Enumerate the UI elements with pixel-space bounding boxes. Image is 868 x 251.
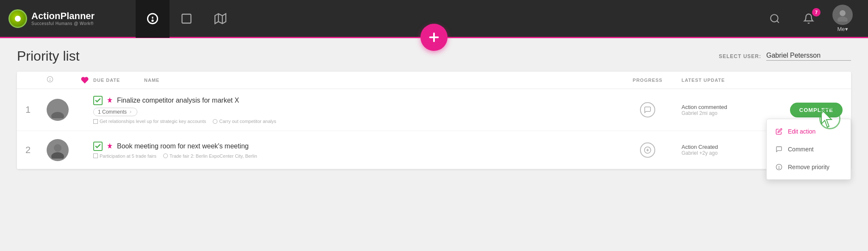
- map-nav-button[interactable]: [203, 0, 237, 38]
- svg-point-9: [771, 14, 778, 22]
- add-fab-button[interactable]: [420, 24, 448, 51]
- subtask-label: Trade fair 2: Berlin ExpoCenter City, Be…: [170, 153, 257, 159]
- comment-label: Comment: [788, 146, 814, 153]
- selected-user-value[interactable]: Gabriel Petersson: [766, 52, 851, 61]
- notifications-button[interactable]: 7: [792, 0, 826, 38]
- col-header-due-date: DUE DATE: [93, 78, 144, 83]
- svg-point-18: [54, 144, 61, 152]
- task-checkbox[interactable]: [93, 142, 103, 151]
- subtask-item: Trade fair 2: Berlin ExpoCenter City, Be…: [163, 153, 257, 159]
- progress-cell: [614, 102, 682, 117]
- info-header-icon: [47, 76, 53, 83]
- progress-add-icon[interactable]: [640, 142, 655, 158]
- comments-badge[interactable]: 1 Comments: [93, 108, 137, 116]
- logo-area: ActionPlanner Successful Humans @ Work®: [0, 9, 136, 28]
- app-subtitle: Successful Humans @ Work®: [31, 21, 95, 26]
- row-avatar: [47, 99, 76, 121]
- check-icon: [95, 98, 101, 103]
- table-header: DUE DATE NAME PROGRESS LATEST UPDATE: [17, 72, 851, 89]
- search-icon: [769, 13, 780, 24]
- task-title[interactable]: Finalize competitor analysis for market …: [117, 97, 239, 104]
- latest-update-cell: Action commented Gabriel 2mi ago: [682, 104, 766, 116]
- heart-header-icon: [81, 76, 89, 84]
- row-number: 2: [25, 145, 47, 156]
- app-name-rest: Planner: [60, 11, 95, 21]
- remove-priority-icon: [775, 163, 783, 171]
- row-title-row: Finalize competitor analysis for market …: [93, 96, 605, 105]
- main-content: Priority list SELECT USER: Gabriel Peter…: [0, 38, 868, 251]
- comments-count: 1 Comments: [98, 109, 127, 115]
- alert-circle-icon: [776, 164, 782, 170]
- context-menu-remove-priority[interactable]: Remove priority: [767, 158, 851, 176]
- latest-action-text: Action Created: [682, 144, 766, 150]
- task-checkbox[interactable]: [93, 96, 103, 105]
- context-menu: Edit action Comment Remove priority: [766, 119, 851, 180]
- plus-icon: [427, 31, 441, 44]
- app-name-bold: Action: [31, 11, 60, 21]
- task-title[interactable]: Book meeting room for next week's meetin…: [117, 142, 249, 150]
- svg-point-11: [840, 10, 846, 16]
- square-icon: [181, 13, 192, 25]
- latest-action-meta: Gabriel 2mi ago: [682, 110, 766, 116]
- svg-point-17: [51, 112, 64, 118]
- subtask-label: Get relationships level up for strategic…: [100, 119, 206, 124]
- table-row: 1: [17, 89, 851, 131]
- logo-text: ActionPlanner Successful Humans @ Work®: [31, 11, 95, 26]
- avatar: [832, 5, 853, 25]
- pencil-icon: [775, 128, 783, 135]
- chat-icon: [644, 106, 651, 114]
- svg-point-12: [837, 17, 848, 22]
- avatar-icon: [836, 8, 849, 22]
- top-navigation: ActionPlanner Successful Humans @ Work®: [0, 0, 868, 38]
- table-row: 2: [17, 131, 851, 169]
- avatar: [47, 139, 69, 161]
- select-user-label: SELECT USER:: [719, 53, 761, 59]
- logo-icon: [8, 9, 27, 28]
- alert-nav-button[interactable]: [136, 0, 170, 38]
- col-header-heart: [76, 76, 93, 84]
- subtask-item: Carry out competitor analys: [213, 119, 276, 124]
- svg-point-19: [51, 152, 64, 159]
- action-cell: COMPLETE: [766, 103, 843, 117]
- user-menu-button[interactable]: Me▾: [826, 5, 860, 32]
- svg-marker-4: [215, 14, 226, 23]
- check-icon: [95, 143, 101, 149]
- svg-point-25: [779, 168, 779, 168]
- context-menu-edit-action[interactable]: Edit action: [767, 123, 851, 140]
- notification-badge: 7: [812, 8, 821, 17]
- edit-pencil-icon: [776, 128, 782, 135]
- latest-action-meta: Gabriel +2y ago: [682, 150, 766, 156]
- complete-button[interactable]: COMPLETE: [790, 103, 843, 117]
- comment-icon: [775, 145, 783, 153]
- alert-icon: [147, 13, 159, 25]
- col-header-latest-update: LATEST UPDATE: [682, 78, 766, 83]
- pin-icon: [106, 97, 114, 104]
- square-nav-button[interactable]: [170, 0, 203, 38]
- progress-chat-icon: [640, 102, 655, 117]
- context-menu-comment[interactable]: Comment: [767, 140, 851, 158]
- subtasks-list: Participation at 5 trade fairs Trade fai…: [93, 153, 605, 159]
- avatar-icon: [49, 101, 66, 118]
- col-header-avatar: [47, 76, 76, 84]
- subtasks-list: Get relationships level up for strategic…: [93, 119, 605, 124]
- subtask-checkbox-icon: [93, 153, 98, 158]
- search-button[interactable]: [758, 0, 792, 38]
- svg-point-2: [152, 20, 153, 21]
- subtask-label: Participation at 5 trade fairs: [100, 153, 156, 159]
- edit-action-label: Edit action: [788, 128, 815, 135]
- subtask-label: Carry out competitor analys: [219, 119, 276, 124]
- priority-table: DUE DATE NAME PROGRESS LATEST UPDATE 1: [17, 72, 851, 169]
- subtask-circle-icon: [163, 153, 168, 158]
- svg-point-16: [54, 104, 61, 112]
- user-me-label: Me▾: [837, 26, 848, 32]
- row-number: 1: [25, 104, 47, 115]
- col-header-name: NAME: [144, 78, 614, 83]
- nav-right-area: 7 Me▾: [758, 0, 868, 38]
- page-title: Priority list: [17, 48, 80, 64]
- row-avatar: [47, 139, 76, 161]
- fab-container: [420, 24, 448, 51]
- progress-cell: [614, 142, 682, 158]
- svg-line-10: [777, 21, 779, 23]
- select-user-area: SELECT USER: Gabriel Petersson: [719, 52, 851, 61]
- app-name: ActionPlanner: [31, 11, 95, 21]
